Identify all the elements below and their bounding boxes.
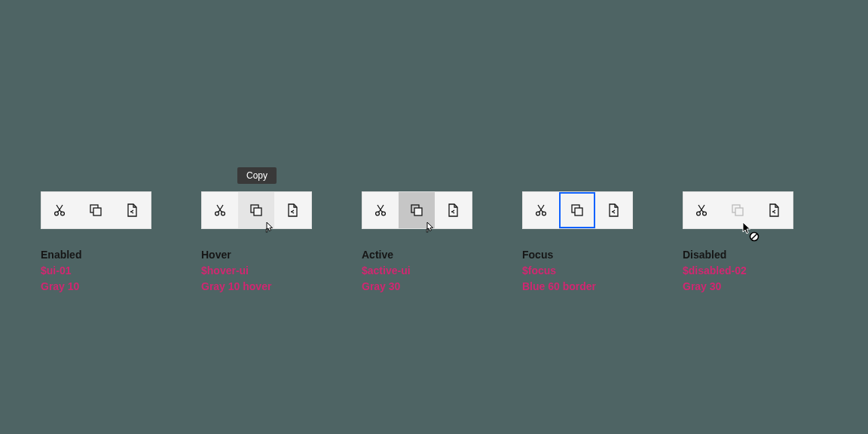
state-token: $active-ui [362, 263, 506, 278]
copy-icon [730, 203, 745, 218]
cut-icon [212, 203, 228, 218]
copy-icon [249, 203, 264, 218]
state-labels: Hover $hover-ui Gray 10 hover [201, 247, 346, 294]
pointer-cursor-icon [423, 222, 437, 238]
paste-icon [124, 203, 139, 218]
state-desc: Gray 10 [41, 279, 185, 294]
state-hover: Copy Hover $hover-ui Gray 10 hover [201, 191, 346, 294]
state-focus: Focus $focus Blue 60 border [522, 191, 667, 294]
cut-icon [533, 203, 549, 218]
cut-icon [694, 203, 709, 218]
toolbar [522, 191, 633, 229]
paste-button[interactable] [114, 192, 150, 228]
not-allowed-icon [749, 231, 760, 242]
state-desc: Gray 30 [362, 279, 506, 294]
paste-icon [606, 203, 621, 218]
state-title: Disabled [683, 247, 827, 263]
paste-button[interactable] [274, 192, 310, 228]
state-token: $disabled-02 [683, 263, 827, 278]
state-active: Active $active-ui Gray 30 [362, 191, 506, 294]
states-row: Enabled $ui-01 Gray 10 Copy Hover $hover… [41, 191, 827, 294]
state-title: Active [362, 247, 506, 263]
cut-button[interactable] [202, 192, 238, 228]
state-disabled: Disabled $disabled-02 Gray 30 [683, 191, 827, 294]
cut-button[interactable] [523, 192, 559, 228]
paste-button[interactable] [756, 192, 792, 228]
cut-button[interactable] [683, 192, 720, 228]
state-desc: Gray 30 [683, 279, 827, 294]
state-title: Focus [522, 247, 667, 263]
toolbar [683, 191, 793, 229]
state-token: $hover-ui [201, 263, 346, 278]
toolbar [201, 191, 312, 229]
state-title: Enabled [41, 247, 185, 263]
copy-button[interactable] [559, 192, 595, 228]
copy-button[interactable] [78, 192, 114, 228]
paste-icon [285, 203, 300, 218]
state-token: $focus [522, 263, 667, 278]
copy-icon [88, 203, 103, 218]
paste-button[interactable] [435, 192, 471, 228]
state-desc: Gray 10 hover [201, 279, 346, 294]
state-labels: Active $active-ui Gray 30 [362, 247, 506, 294]
state-token: $ui-01 [41, 263, 185, 278]
cut-button[interactable] [41, 192, 78, 228]
pointer-cursor-icon [263, 222, 277, 238]
copy-icon [409, 203, 424, 218]
cut-button[interactable] [362, 192, 399, 228]
toolbar [362, 191, 472, 229]
cut-icon [373, 203, 388, 218]
paste-icon [766, 203, 781, 218]
tooltip: Copy [237, 167, 277, 184]
cut-icon [52, 203, 67, 218]
paste-icon [445, 203, 460, 218]
state-labels: Focus $focus Blue 60 border [522, 247, 667, 294]
state-labels: Enabled $ui-01 Gray 10 [41, 247, 185, 294]
state-labels: Disabled $disabled-02 Gray 30 [683, 247, 827, 294]
state-enabled: Enabled $ui-01 Gray 10 [41, 191, 185, 294]
toolbar [41, 191, 151, 229]
paste-button[interactable] [595, 192, 631, 228]
copy-icon [570, 203, 585, 218]
state-title: Hover [201, 247, 346, 263]
state-desc: Blue 60 border [522, 279, 667, 294]
